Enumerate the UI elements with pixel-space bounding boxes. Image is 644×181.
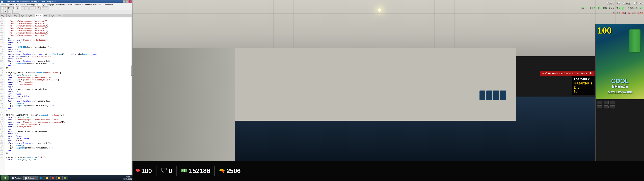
ammo-icon: 🔫 xyxy=(219,168,225,174)
taskbar-item-5[interactable]: 🟡 xyxy=(56,176,62,180)
vending-display: 100 COOL BREEZE DISTILLED WATER xyxy=(596,24,644,100)
menu-fichier[interactable]: Fichier xyxy=(0,3,8,6)
menu-parametres[interactable]: Paramètres xyxy=(55,3,67,6)
hud-divider-1 xyxy=(156,166,156,176)
menu-edition[interactable]: Edition xyxy=(8,3,15,6)
start-label: ⊞ xyxy=(4,177,6,179)
taskbar: ⊞ 🖥 AppData 📝 Notepad++ 🌐 📁 🔴 🟡 🟢 19:40 xyxy=(0,175,132,181)
redo-button[interactable]: ↪ xyxy=(24,6,28,10)
taskbar-icon-3: 📁 xyxy=(46,177,48,179)
tab-2[interactable]: sh_t... xyxy=(13,14,20,17)
toolbar-sep-4 xyxy=(40,6,41,10)
vending-btn-2 xyxy=(604,101,608,104)
toolbar-2: ▶ ⏸ ⏹ ≡ ⚙ xyxy=(0,10,132,14)
toolbar-sep-2 xyxy=(20,6,20,10)
tab-1[interactable]: sh_t... xyxy=(6,14,13,17)
vending-brand-line1: COOL xyxy=(608,78,632,84)
close-button[interactable]: ✕ xyxy=(129,0,132,3)
taskbar-item-0[interactable]: 🖥 AppData xyxy=(10,176,23,180)
hud-out: out: 84 5.20 k/s xyxy=(580,10,643,16)
vending-bottom xyxy=(596,100,644,161)
markv-su: Su xyxy=(574,90,592,94)
save-all-button[interactable]: 💾 xyxy=(11,6,14,10)
code-editor[interactable]: "models/player/Group01/Male_03.mdl", "mo… xyxy=(5,18,131,178)
menu-help[interactable]: ? xyxy=(114,3,117,6)
game-panel: 100 COOL BREEZE DISTILLED WATER xyxy=(132,0,644,181)
taskbar-icon-1: 📝 xyxy=(25,177,28,179)
taskbar-icon-0: 🖥 xyxy=(12,177,14,179)
undo-button[interactable]: ↩ xyxy=(21,6,24,10)
markv-panel: The Mark V Hazardous Env Su xyxy=(572,76,594,95)
chair-3 xyxy=(493,90,499,100)
vending-btn-6 xyxy=(610,106,615,108)
line-numbers: 102103104105 106107108109 110111112113 1… xyxy=(0,18,5,178)
taskbar-icon-6: 🟢 xyxy=(64,177,66,179)
hud-ammo-value: 2506 xyxy=(226,168,241,175)
scrollbar-thumb[interactable] xyxy=(131,66,132,76)
tab-0[interactable]: sh_t... xyxy=(0,14,6,17)
tab-active[interactable]: 7pbs.lua xyxy=(35,14,43,17)
toolbar-sep-3 xyxy=(28,6,29,10)
tab-7[interactable]: cl_im... xyxy=(50,14,57,17)
taskbar-label-1: Notepad++ xyxy=(28,177,36,179)
tabbar: sh_t... sh_t... sh_t... sh_jo... sh_em..… xyxy=(0,14,132,18)
tb2-btn4[interactable]: ≡ xyxy=(12,10,16,14)
taskbar-right: 19:40 31/01/2021 xyxy=(124,176,132,180)
taskbar-item-2[interactable]: 🌐 xyxy=(38,176,44,180)
markv-hazard: Hazardous xyxy=(574,81,592,86)
vending-button-row-2 xyxy=(597,106,643,108)
paste-button[interactable]: 📌 xyxy=(36,6,40,10)
save-button[interactable]: 💾 xyxy=(8,6,11,10)
find-button[interactable]: 🔍 xyxy=(42,6,45,10)
tb2-btn2[interactable]: ⏸ xyxy=(4,10,7,14)
taskbar-icon-4: 🔴 xyxy=(52,177,54,179)
taskbar-time: 19:40 31/01/2021 xyxy=(124,176,132,180)
weapon-notification: Vous avez déjà une arme principale xyxy=(540,71,594,76)
menu-encodage[interactable]: Encodage xyxy=(36,3,46,6)
start-button[interactable]: ⊞ xyxy=(1,176,9,180)
date-display: 31/01/2021 xyxy=(124,178,132,180)
vending-btn-1 xyxy=(597,101,602,104)
open-button[interactable]: 📂 xyxy=(4,6,7,10)
menu-execution[interactable]: Exécution xyxy=(74,3,84,6)
vending-brand-line2: BREEZE xyxy=(608,84,632,89)
vending-price: 100 xyxy=(597,26,612,36)
tab-8[interactable]: usur... xyxy=(57,14,64,17)
menu-recherche[interactable]: Recherche xyxy=(15,3,26,6)
replace-button[interactable]: ⟲ xyxy=(45,6,48,10)
taskbar-item-4[interactable]: 🔴 xyxy=(50,176,56,180)
tb2-btn1[interactable]: ▶ xyxy=(0,10,4,14)
taskbar-item-1[interactable]: 📝 Notepad++ xyxy=(23,176,38,180)
tb2-btn3[interactable]: ⏹ xyxy=(8,10,11,14)
taskbar-icon-5: 🟡 xyxy=(58,177,60,179)
menubar: Fichier Edition Recherche Affichage Enco… xyxy=(0,3,132,6)
maximize-button[interactable]: □ xyxy=(126,0,129,3)
ceiling-light xyxy=(378,8,381,12)
time-display: 19:40 xyxy=(124,176,132,178)
chair-1 xyxy=(480,90,485,100)
tab-6[interactable]: empl... xyxy=(43,14,50,17)
vertical-scrollbar[interactable] xyxy=(131,18,132,178)
toolbar-sep-1 xyxy=(15,6,16,10)
menu-documents[interactable]: Documents xyxy=(103,3,114,6)
copy-button[interactable]: 📋 xyxy=(33,6,36,10)
menu-modules[interactable]: Modules d'extension xyxy=(84,3,103,6)
menu-affichage[interactable]: Affichage xyxy=(26,3,36,6)
titlebar-text: C:\Users\user\AppData\Local\Temp\temp-7p… xyxy=(4,0,56,2)
hud-armor-section: 🛡 0 xyxy=(161,168,172,175)
chair-4 xyxy=(500,90,506,100)
scene-chairs xyxy=(480,90,506,100)
taskbar-item-6[interactable]: 🟢 xyxy=(62,176,68,180)
hud-health-value: 100 xyxy=(141,168,152,175)
menu-langage[interactable]: Langage xyxy=(46,3,55,6)
taskbar-item-3[interactable]: 📁 xyxy=(44,176,50,180)
cut-button[interactable]: ✂ xyxy=(30,6,33,10)
tab-4[interactable]: sh_em... xyxy=(27,14,35,17)
tb2-btn5[interactable]: ⚙ xyxy=(16,10,19,14)
print-button[interactable]: 🖨 xyxy=(16,6,19,10)
minimize-button[interactable]: _ xyxy=(123,0,126,3)
menu-macro[interactable]: Macro xyxy=(67,3,74,6)
tab-3[interactable]: sh_jo... xyxy=(20,14,27,17)
new-button[interactable]: 📄 xyxy=(0,6,4,10)
notepad-panel: 📄 C:\Users\user\AppData\Local\Temp\temp-… xyxy=(0,0,132,181)
